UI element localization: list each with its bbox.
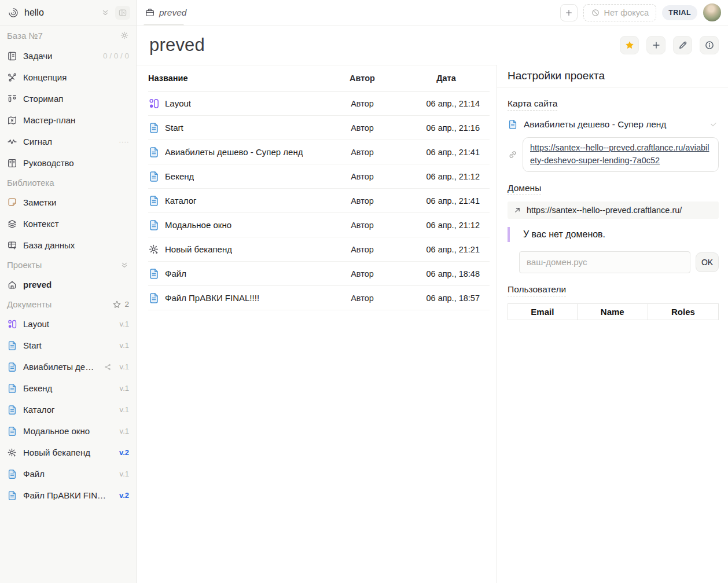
row-author: Автор	[322, 123, 403, 133]
sidebar-item[interactable]: Мастер-план	[0, 109, 136, 131]
sidebar-document-item[interactable]: Startv.1	[0, 335, 136, 356]
layout-icon	[148, 98, 160, 109]
project-settings-panel: Настройки проекта Карта сайта Авиабилеты…	[497, 65, 728, 583]
title-row: preved	[137, 25, 728, 65]
domain-row[interactable]: https://santex--hello--preved.craftlance…	[508, 201, 719, 219]
document-version: v.2	[119, 491, 129, 500]
row-name-cell: Layout	[148, 98, 322, 109]
trial-badge[interactable]: TRIAL	[662, 5, 697, 20]
favorite-button[interactable]	[620, 36, 639, 54]
gear-icon[interactable]	[120, 31, 129, 40]
sidebar-document-label: Каталог	[23, 405, 112, 415]
document-version: v.1	[120, 341, 129, 350]
chevron-double-down-icon[interactable]	[101, 8, 110, 17]
focus-button[interactable]: Нет фокуса	[583, 4, 657, 21]
sidebar-item[interactable]: Сторимап	[0, 88, 136, 109]
sidebar-document-label: Новый бекапенд	[23, 448, 111, 457]
sidebar-item-label: Сторимап	[23, 94, 129, 104]
table-row[interactable]: Файл ПрАВКИ FINAL!!!!Автор06 апр., 18:57	[148, 286, 490, 310]
file-icon	[7, 490, 17, 501]
topbar-actions: Нет фокуса TRIAL	[560, 3, 721, 21]
users-table-header: EmailNameRoles	[508, 303, 719, 320]
layout-icon	[7, 319, 17, 329]
sidebar-document-label: Бекенд	[23, 383, 112, 393]
link-icon	[508, 149, 518, 160]
table-row[interactable]: StartАвтор06 апр., 21:16	[148, 116, 490, 140]
concept-icon	[7, 72, 17, 83]
row-date: 06 апр., 18:57	[403, 294, 490, 303]
row-name-cell: Файл	[148, 268, 322, 280]
workspace-switcher[interactable]: hello	[0, 0, 136, 25]
sidebar-document-item[interactable]: Файлv.1	[0, 463, 136, 485]
sidebar-document-item[interactable]: Каталогv.1	[0, 399, 136, 420]
sidebar-library-item[interactable]: Заметки	[0, 192, 136, 213]
sidebar-item[interactable]: Задачи0 / 0 / 0	[0, 45, 136, 67]
info-button[interactable]	[700, 36, 719, 54]
sitemap-url-link[interactable]: https://santex--hello--preved.craftlance…	[530, 143, 709, 165]
add-document-button[interactable]	[646, 36, 666, 54]
sidebar-library: ЗаметкиКонтекстБаза данных	[0, 192, 136, 256]
table-row[interactable]: ФайлАвтор06 апр., 18:48	[148, 262, 490, 286]
row-author: Автор	[322, 221, 403, 230]
row-name-cell: Start	[148, 122, 322, 134]
chevron-double-down-icon[interactable]	[120, 261, 129, 270]
gear-play-icon	[148, 244, 160, 255]
sidebar-item[interactable]: Сигнал····	[0, 131, 136, 152]
pencil-icon	[678, 40, 688, 50]
sitemap-url-row: https://santex--hello--preved.craftlance…	[508, 137, 719, 172]
gear-play-icon	[7, 448, 17, 458]
sitemap-doc-row[interactable]: Авиабилеты дешево - Супер ленд	[508, 119, 719, 130]
row-date: 06 апр., 18:48	[403, 269, 490, 278]
section-library-label: Библиотека	[7, 178, 129, 188]
sidebar-document-item[interactable]: Модальное окноv.1	[0, 420, 136, 442]
sidebar-document-item[interactable]: Файл ПрАВКИ FINAL!!!!v.2	[0, 485, 136, 506]
documents-star-badge[interactable]: 2	[112, 300, 129, 309]
sidebar-item-label: Концепция	[23, 72, 129, 82]
row-author: Автор	[322, 148, 403, 157]
row-name-cell: Бекенд	[148, 171, 322, 182]
sidebar-library-item[interactable]: Контекст	[0, 213, 136, 234]
plus-icon	[651, 40, 661, 50]
table-row[interactable]: БекендАвтор06 апр., 21:12	[148, 164, 490, 189]
table-row[interactable]: Модальное окноАвтор06 апр., 21:12	[148, 213, 490, 237]
sidebar-item-meta: ····	[119, 137, 129, 146]
sidebar-document-item[interactable]: Новый бекапендv.2	[0, 442, 136, 463]
sidebar-project-item[interactable]: preved	[0, 274, 136, 295]
table-row[interactable]: КаталогАвтор06 апр., 21:41	[148, 189, 490, 213]
content: Название Автор Дата LayoutАвтор06 апр., …	[137, 65, 728, 583]
row-author: Автор	[322, 196, 403, 206]
sidebar-document-label: Файл	[23, 469, 112, 479]
table-row[interactable]: LayoutАвтор06 апр., 21:14	[148, 91, 490, 116]
sidebar-item[interactable]: Концепция	[0, 67, 136, 88]
section-projects[interactable]: Проекты	[0, 256, 136, 274]
domain-link[interactable]: https://santex--hello--preved.craftlance…	[527, 206, 682, 215]
base-label: База №7	[7, 31, 120, 41]
sidebar-document-item[interactable]: Layoutv.1	[0, 313, 136, 335]
sidebar-document-label: Start	[23, 340, 112, 350]
file-icon	[148, 171, 160, 182]
sidebar-document-item[interactable]: Авиабилеты дешевоv.1	[0, 356, 136, 377]
chevron-check-icon[interactable]	[708, 119, 719, 130]
project-home-icon	[7, 280, 17, 290]
breadcrumb[interactable]: preved	[145, 8, 560, 18]
table-row[interactable]: Авиабилеты дешево - Супер лендАвтор06 ап…	[148, 140, 490, 164]
no-domains-note: У вас нет доменов.	[508, 227, 719, 242]
domain-input[interactable]	[519, 251, 690, 273]
sitemap-url-box: https://santex--hello--preved.craftlance…	[523, 137, 719, 172]
sidebar-item[interactable]: Руководство	[0, 152, 136, 174]
masterplan-icon	[7, 115, 17, 126]
section-library: Библиотека	[0, 174, 136, 192]
sidebar-library-item[interactable]: База данных	[0, 234, 136, 256]
add-button[interactable]	[560, 4, 578, 21]
ok-button[interactable]: OK	[696, 252, 719, 272]
sidebar-collapse-icon[interactable]	[115, 6, 130, 20]
sidebar-document-item[interactable]: Бекендv.1	[0, 377, 136, 399]
title-actions	[620, 36, 719, 54]
file-icon	[7, 362, 17, 372]
table-row[interactable]: Новый бекапендАвтор06 апр., 21:21	[148, 237, 490, 262]
row-author: Автор	[322, 245, 403, 254]
edit-button[interactable]	[673, 36, 692, 54]
documents-star-count: 2	[124, 300, 129, 309]
row-name-cell: Новый бекапенд	[148, 244, 322, 255]
avatar[interactable]	[703, 3, 721, 21]
